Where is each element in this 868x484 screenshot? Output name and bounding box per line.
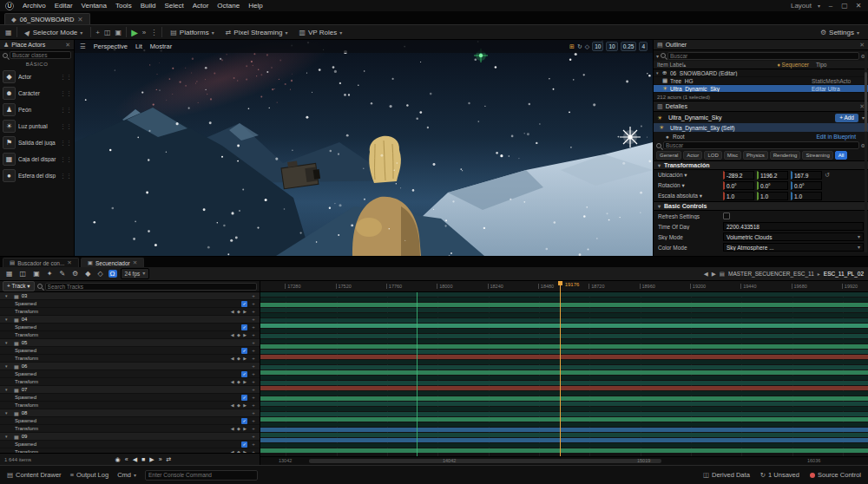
scale-snap-icon[interactable]: ◇ <box>585 43 589 50</box>
place-actor-esfera-del-disp[interactable]: ●Esfera del disp⋮⋮ <box>0 167 74 184</box>
tab-content-browser[interactable]: ▤ Buscador de con... ✕ <box>3 258 79 267</box>
menu-item-actor[interactable]: Actor <box>188 2 214 10</box>
breadcrumb-root[interactable]: MASTER_SECUENCER_ESC_11 <box>728 271 814 277</box>
track-section-bar[interactable] <box>260 381 868 385</box>
step-back-icon[interactable]: ◀ <box>133 456 137 463</box>
track-section-bar[interactable] <box>260 443 868 448</box>
transform-section-header[interactable]: ▾ Transformación <box>654 160 868 170</box>
add-key-icon[interactable]: + <box>250 324 257 330</box>
viewport[interactable]: ☰ Perspective Lit Mostrar ⊞ ↻ ◇ 10100.25… <box>75 40 653 256</box>
track-row-spawned[interactable]: Spawned✓+ <box>0 324 260 331</box>
history-forward-icon[interactable]: ▶ <box>712 271 716 278</box>
details-search-input[interactable] <box>663 141 859 149</box>
close-icon[interactable]: ✕ <box>67 259 71 266</box>
edit-icon[interactable]: ✎ <box>57 270 67 278</box>
track-section-bar[interactable] <box>260 438 868 442</box>
close-icon[interactable]: ✕ <box>133 259 137 266</box>
auto-key-icon[interactable]: ◇ <box>95 270 104 278</box>
spawned-checkbox[interactable]: ✓ <box>241 324 247 330</box>
derived-data-button[interactable]: ◫ Derived Data <box>703 471 750 479</box>
track-search-input[interactable] <box>45 283 257 291</box>
track-section-bar[interactable] <box>260 433 868 437</box>
y-value-field[interactable]: 0.0° <box>757 181 788 190</box>
add-section-icon[interactable]: + <box>250 434 257 439</box>
track-row-transform[interactable]: Transform◀ ◆ ▶+ <box>0 355 260 363</box>
x-value-field[interactable]: 1.0 <box>723 192 754 200</box>
fps-dropdown[interactable]: 24 fps ▾ <box>121 268 150 279</box>
add-key-icon[interactable]: + <box>250 348 257 353</box>
to-start-icon[interactable]: « <box>125 456 128 463</box>
add-track-button[interactable]: + Track ▾ <box>3 281 35 291</box>
play-icon[interactable]: ▶ <box>149 456 154 463</box>
console-command-input[interactable] <box>145 470 258 481</box>
place-actor-car-cter[interactable]: ☻Carácter⋮⋮ <box>0 85 74 101</box>
platforms-dropdown[interactable]: ▤ Platforms ▾ <box>167 28 217 37</box>
vp-roles-dropdown[interactable]: ▥ VP Roles ▾ <box>295 28 345 37</box>
keyframe-nav-icons[interactable]: ◀ ◆ ▶ <box>231 309 247 314</box>
track-group-05[interactable]: ▾▦05+ <box>0 339 260 347</box>
x-value-field[interactable]: 0.0° <box>723 181 754 190</box>
timeline-tracks-area[interactable] <box>260 292 868 456</box>
add-key-icon[interactable]: + <box>250 426 257 431</box>
track-section-bar[interactable] <box>260 298 868 302</box>
place-actor-pe-n[interactable]: ♟Peón⋮⋮ <box>0 101 74 118</box>
stop-icon[interactable]: ■ <box>141 456 145 463</box>
menu-item-select[interactable]: Select <box>160 2 187 10</box>
tab-sequencer[interactable]: ▣ Secuenciador ✕ <box>81 258 144 267</box>
add-section-icon[interactable]: + <box>250 317 257 322</box>
track-row-spawned[interactable]: Spawned✓+ <box>0 347 260 355</box>
track-section-bar[interactable] <box>260 370 868 375</box>
add-section-icon[interactable]: + <box>250 387 257 392</box>
source-control-button[interactable]: Source Control <box>810 471 861 479</box>
rotate-snap-icon[interactable]: ↻ <box>577 43 582 50</box>
spawned-checkbox[interactable]: ✓ <box>241 371 247 377</box>
spawned-checkbox[interactable]: ✓ <box>241 441 247 448</box>
menu-item-octane[interactable]: Octane <box>213 2 244 10</box>
play-button[interactable]: ▶ <box>131 28 138 37</box>
track-section-bar[interactable] <box>260 303 868 307</box>
menu-item-help[interactable]: Help <box>244 2 266 10</box>
track-row-transform[interactable]: Transform◀ ◆ ▶+ <box>0 402 260 409</box>
track-section-bar[interactable] <box>260 324 868 328</box>
snap-badge-3[interactable]: 4 <box>639 42 648 51</box>
select-object-icon[interactable]: ⊞ <box>569 43 575 50</box>
track-section-bar[interactable] <box>260 365 868 370</box>
y-value-field[interactable]: 1.0 <box>757 192 788 200</box>
track-group-07[interactable]: ▾▦07+ <box>0 386 260 394</box>
track-section-bar[interactable] <box>260 350 868 354</box>
filter-chip-streaming[interactable]: Streaming <box>802 151 832 160</box>
outliner-row-ultra-dynamic-sky[interactable]: ☀Ultra_Dynamic_SkyEditar Ultra_ <box>654 85 868 93</box>
settings-dropdown[interactable]: ⚙ Settings ▾ <box>817 28 863 37</box>
add-key-icon[interactable]: + <box>250 379 257 384</box>
reset-to-default-icon[interactable]: ↺ <box>825 172 830 179</box>
content-drawer-button[interactable]: ▤ Content Drawer <box>7 471 62 479</box>
keyframe-nav-icons[interactable]: ◀ ◆ ▶ <box>231 356 247 361</box>
history-back-icon[interactable]: ◀ <box>704 271 708 278</box>
details-scrollbar[interactable] <box>865 52 867 252</box>
to-end-icon[interactable]: » <box>159 456 162 463</box>
skip-frame-icon[interactable]: » <box>142 29 146 36</box>
output-log-button[interactable]: ≡ Output Log <box>70 471 109 479</box>
filter-chip-rendering[interactable]: Rendering <box>770 151 801 160</box>
track-section-bar[interactable] <box>260 417 868 422</box>
add-key-icon[interactable]: + <box>250 441 257 447</box>
z-value-field[interactable]: 1.0 <box>791 192 822 200</box>
track-section-bar[interactable] <box>260 318 868 323</box>
time-of-day-input[interactable]: 2200.433518 <box>723 222 864 231</box>
loop-icon[interactable]: ◉ <box>115 456 121 463</box>
track-section-bar[interactable] <box>260 448 868 453</box>
level-tab[interactable]: ◆ 06_SNOWBOARD ✕ <box>4 13 90 24</box>
find-in-content-browser-icon[interactable]: ◫ <box>18 270 29 278</box>
spawned-checkbox[interactable]: ✓ <box>241 348 247 354</box>
range-slider[interactable] <box>309 459 661 463</box>
spawned-checkbox[interactable]: ✓ <box>241 395 247 401</box>
track-row-spawned[interactable]: Spawned✓+ <box>0 441 260 448</box>
actions-icon[interactable]: ✦ <box>45 270 55 278</box>
outliner-row-06-snowboard-editar[interactable]: ▾⊕06_SNOWBOARD (Editar) <box>654 69 868 77</box>
track-group-03[interactable]: ▾▦03+ <box>0 292 260 300</box>
outliner-search-input[interactable] <box>667 52 859 60</box>
details-header[interactable]: ▥ Detalles ✕ <box>654 101 868 112</box>
lit-dropdown[interactable]: Lit <box>135 43 142 50</box>
snap-badge-1[interactable]: 10 <box>606 42 617 51</box>
sky-mode-dropdown[interactable]: Volumetric Clouds▾ <box>723 232 864 241</box>
